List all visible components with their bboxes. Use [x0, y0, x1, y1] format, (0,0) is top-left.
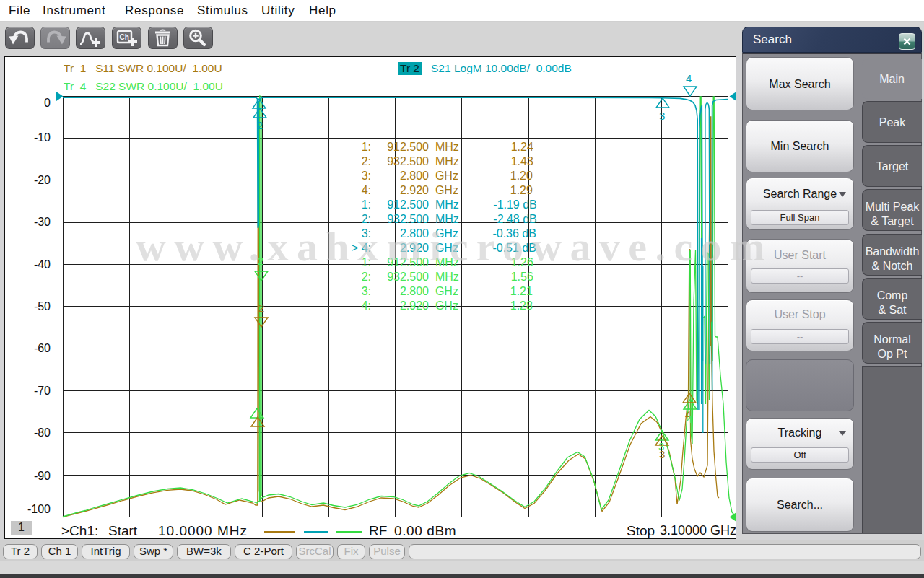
svg-text:Ch: Ch	[120, 33, 129, 41]
